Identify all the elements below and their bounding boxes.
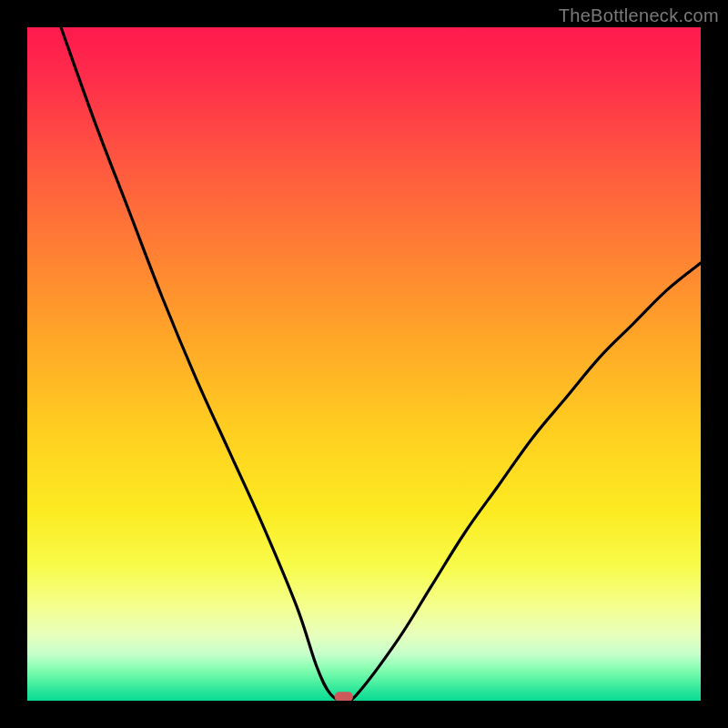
- minimum-marker: [335, 692, 353, 701]
- bottleneck-curve: [61, 27, 701, 701]
- watermark-text: TheBottleneck.com: [559, 5, 719, 26]
- plot-area: [27, 27, 701, 701]
- chart-frame: TheBottleneck.com: [0, 0, 728, 728]
- curve-layer: [27, 27, 701, 701]
